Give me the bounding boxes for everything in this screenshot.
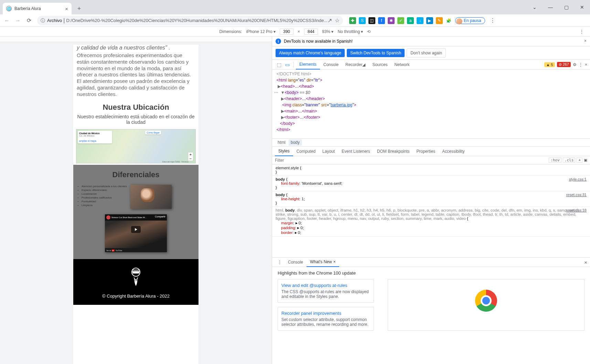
match-language-button[interactable]: Always match Chrome's language bbox=[276, 49, 345, 57]
whatsnew-panel: Highlights from the Chrome 100 update Vi… bbox=[272, 267, 590, 364]
gear-icon[interactable]: ⚙ bbox=[573, 62, 577, 67]
minimize-icon[interactable]: — bbox=[543, 0, 558, 14]
differentials-list: Atención personalizada a los clientes Es… bbox=[77, 185, 127, 209]
inspect-icon[interactable]: ⬚ bbox=[275, 61, 283, 69]
youtube-embed[interactable]: Scissor Cut Short Back and Sides M... Co… bbox=[105, 214, 167, 252]
extension-icon[interactable]: S bbox=[359, 17, 366, 24]
copyright-text: © Copyright Barbería Alura - 2022 bbox=[77, 293, 195, 299]
subtab-properties[interactable]: Properties bbox=[413, 147, 439, 156]
barber-image bbox=[130, 185, 172, 209]
height-input[interactable] bbox=[304, 29, 318, 35]
subtab-dom-bp[interactable]: DOM Breakpoints bbox=[374, 147, 413, 156]
map-directions-button[interactable]: Cómo llegar bbox=[145, 131, 161, 135]
locale-buttons: Always match Chrome's language Switch De… bbox=[272, 46, 590, 60]
extension-icon[interactable]: ▶ bbox=[426, 17, 433, 24]
drawer-menu-icon[interactable]: ⋮ bbox=[275, 260, 285, 265]
map-expand-link[interactable]: ampliar el mapa bbox=[79, 140, 111, 142]
hov-toggle[interactable]: :hov bbox=[549, 158, 561, 163]
extension-icon[interactable]: ◫ bbox=[368, 17, 375, 24]
dom-tree[interactable]: <!DOCTYPE html> <html lang="es" dir="ltr… bbox=[272, 69, 590, 138]
paragraph-text: Ofrecemos profesionales experimentados q… bbox=[73, 51, 199, 101]
drawer-tabs: ⋮ Console What's New× × bbox=[272, 257, 590, 267]
chrome-menu-icon[interactable]: ⋮ bbox=[488, 16, 497, 25]
chevron-down-icon[interactable]: ⌄ bbox=[527, 0, 543, 14]
bookmark-icon[interactable]: ☆ bbox=[335, 17, 340, 24]
rotate-icon[interactable]: ⟲ bbox=[367, 29, 371, 34]
whatsnew-heading: Highlights from the Chrome 100 update bbox=[278, 270, 584, 276]
extensions-menu-icon[interactable]: 🧩 bbox=[446, 17, 452, 24]
tab-sources[interactable]: Sources bbox=[369, 60, 391, 69]
device-menu-icon[interactable]: ⋮ bbox=[580, 29, 584, 34]
play-icon[interactable] bbox=[131, 226, 141, 233]
whatsnew-card[interactable]: View and edit @supports at-rules The CSS… bbox=[278, 279, 374, 303]
warnings-badge[interactable]: ▲ 5 bbox=[544, 62, 555, 67]
maximize-icon[interactable]: ▢ bbox=[558, 0, 574, 14]
subtab-layout[interactable]: Layout bbox=[319, 147, 338, 156]
new-style-button[interactable]: + bbox=[577, 158, 582, 163]
watch-on-youtube[interactable]: Ver en ▶YouTube bbox=[106, 249, 122, 251]
throttling-select[interactable]: No throttling ▾ bbox=[337, 29, 363, 34]
tab-console[interactable]: Console bbox=[320, 60, 342, 69]
close-tab-icon[interactable]: × bbox=[65, 6, 68, 12]
close-devtools-icon[interactable]: × bbox=[585, 62, 587, 67]
more-icon[interactable]: ⋮ bbox=[579, 62, 583, 67]
styles-rules[interactable]: element.style {} style.css:1 body { font… bbox=[272, 164, 590, 257]
close-notice-icon[interactable]: × bbox=[584, 39, 587, 43]
device-select[interactable]: iPhone 12 Pro ▾ bbox=[246, 29, 276, 34]
list-item: Limpieza bbox=[82, 204, 127, 207]
reload-button[interactable]: ⟳ bbox=[24, 16, 34, 25]
zoom-select[interactable]: 93% ▾ bbox=[322, 29, 333, 34]
share-icon[interactable]: ↗ bbox=[328, 17, 332, 24]
close-tab-icon[interactable]: × bbox=[333, 259, 336, 264]
close-window-icon[interactable]: ✕ bbox=[574, 0, 590, 14]
drawer-console[interactable]: Console bbox=[285, 257, 307, 267]
quote-text: y calidad de vida a nuestros clientes" . bbox=[73, 43, 174, 51]
errors-badge[interactable]: ⊘ 267 bbox=[557, 62, 571, 67]
back-button[interactable]: ← bbox=[2, 16, 12, 25]
extension-icon[interactable]: ↓ bbox=[417, 17, 423, 24]
forward-button[interactable]: → bbox=[13, 16, 23, 25]
width-input[interactable] bbox=[280, 29, 293, 35]
browser-tab[interactable]: 🌐 Barbería Alura × bbox=[3, 3, 72, 14]
map-embed[interactable]: Ciudad de México Cd. de México ampliar e… bbox=[76, 129, 196, 163]
breadcrumb-html[interactable]: html bbox=[276, 139, 288, 146]
subtab-events[interactable]: Event Listeners bbox=[338, 147, 374, 156]
devtools-tabs: ⬚ ▭ Elements Console Recorder ◢ Sources … bbox=[272, 60, 590, 69]
whatsnew-card[interactable]: Recorder panel improvements Set custom s… bbox=[278, 307, 374, 331]
map-zoom-controls[interactable]: +− bbox=[188, 152, 193, 161]
dimensions-label: Dimensions: bbox=[219, 29, 242, 34]
svg-text:ALURA: ALURA bbox=[131, 278, 141, 282]
device-toolbar: Dimensions: iPhone 12 Pro ▾ × 93% ▾ No t… bbox=[0, 27, 590, 36]
profile-status-badge[interactable]: En pausa bbox=[455, 17, 485, 24]
device-viewport: y calidad de vida a nuestros clientes" .… bbox=[0, 36, 272, 364]
file-info-icon[interactable]: ⓘ bbox=[41, 18, 45, 24]
share-icon[interactable]: Compartir bbox=[155, 215, 165, 218]
extension-icon[interactable]: ✚ bbox=[349, 17, 356, 24]
breadcrumb-body[interactable]: body bbox=[289, 139, 302, 146]
tab-elements[interactable]: Elements bbox=[296, 60, 320, 69]
switch-language-button[interactable]: Switch DevTools to Spanish bbox=[347, 49, 405, 57]
new-tab-button[interactable]: + bbox=[74, 4, 84, 13]
extension-icon[interactable]: ✎ bbox=[436, 17, 443, 24]
address-bar[interactable]: ⓘ Archivo | D:/OneDrive%20-%20Colegio%20… bbox=[37, 16, 343, 25]
extension-icon[interactable]: ✱ bbox=[388, 17, 395, 24]
subtab-computed[interactable]: Computed bbox=[293, 147, 319, 156]
url-text: D:/OneDrive%20-%20Colegio%20de%20Ciencia… bbox=[66, 18, 328, 23]
device-toggle-icon[interactable]: ▭ bbox=[283, 61, 291, 69]
tab-network[interactable]: Network bbox=[391, 60, 413, 69]
styles-overflow-icon[interactable]: ▣ bbox=[584, 158, 587, 162]
drawer-whatsnew[interactable]: What's New× bbox=[307, 257, 339, 267]
close-drawer-icon[interactable]: × bbox=[584, 259, 587, 265]
dont-show-button[interactable]: Don't show again bbox=[407, 49, 446, 57]
dom-breadcrumb[interactable]: html body bbox=[272, 138, 590, 147]
extension-icon[interactable]: f bbox=[378, 17, 385, 24]
map-info-card: Ciudad de México Cd. de México ampliar e… bbox=[78, 131, 112, 143]
extension-icon[interactable]: a bbox=[407, 17, 414, 24]
extension-icon[interactable]: ✓ bbox=[397, 17, 404, 24]
styles-filter-input[interactable] bbox=[275, 158, 549, 163]
subtab-styles[interactable]: Styles bbox=[275, 147, 293, 156]
tab-recorder[interactable]: Recorder ◢ bbox=[342, 60, 369, 69]
chrome-logo-icon bbox=[475, 290, 497, 312]
subtab-accessibility[interactable]: Accessibility bbox=[439, 147, 468, 156]
cls-toggle[interactable]: .cls bbox=[563, 158, 576, 163]
